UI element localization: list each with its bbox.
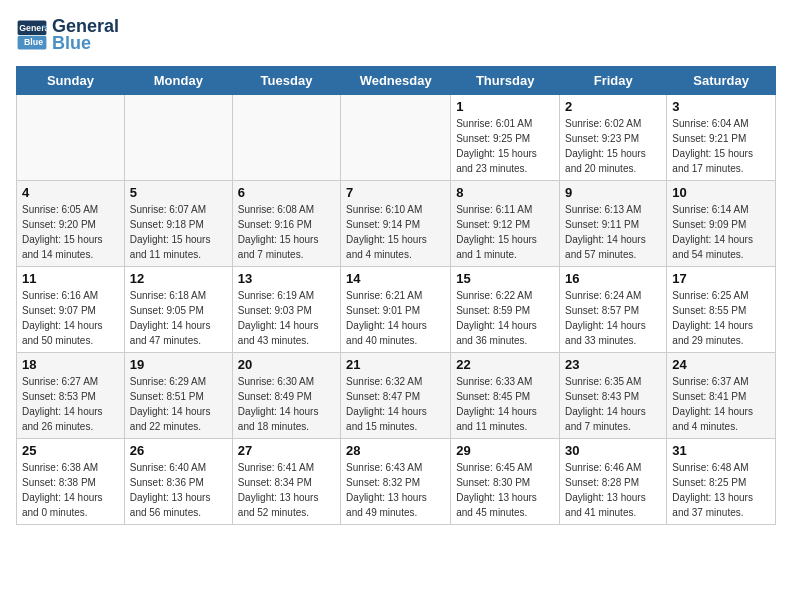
weekday-header-friday: Friday (560, 67, 667, 95)
week-row-2: 4Sunrise: 6:05 AM Sunset: 9:20 PM Daylig… (17, 181, 776, 267)
calendar-cell: 10Sunrise: 6:14 AM Sunset: 9:09 PM Dayli… (667, 181, 776, 267)
calendar-cell: 11Sunrise: 6:16 AM Sunset: 9:07 PM Dayli… (17, 267, 125, 353)
day-number: 23 (565, 357, 661, 372)
weekday-header-tuesday: Tuesday (232, 67, 340, 95)
calendar-cell: 13Sunrise: 6:19 AM Sunset: 9:03 PM Dayli… (232, 267, 340, 353)
day-number: 1 (456, 99, 554, 114)
calendar-cell: 1Sunrise: 6:01 AM Sunset: 9:25 PM Daylig… (451, 95, 560, 181)
calendar-cell: 7Sunrise: 6:10 AM Sunset: 9:14 PM Daylig… (341, 181, 451, 267)
week-row-4: 18Sunrise: 6:27 AM Sunset: 8:53 PM Dayli… (17, 353, 776, 439)
svg-text:Blue: Blue (24, 37, 43, 47)
calendar-cell (341, 95, 451, 181)
day-info: Sunrise: 6:46 AM Sunset: 8:28 PM Dayligh… (565, 460, 661, 520)
calendar-cell: 27Sunrise: 6:41 AM Sunset: 8:34 PM Dayli… (232, 439, 340, 525)
day-number: 22 (456, 357, 554, 372)
day-number: 25 (22, 443, 119, 458)
day-number: 26 (130, 443, 227, 458)
day-info: Sunrise: 6:41 AM Sunset: 8:34 PM Dayligh… (238, 460, 335, 520)
day-info: Sunrise: 6:19 AM Sunset: 9:03 PM Dayligh… (238, 288, 335, 348)
calendar-cell: 16Sunrise: 6:24 AM Sunset: 8:57 PM Dayli… (560, 267, 667, 353)
day-info: Sunrise: 6:11 AM Sunset: 9:12 PM Dayligh… (456, 202, 554, 262)
weekday-header-sunday: Sunday (17, 67, 125, 95)
day-number: 17 (672, 271, 770, 286)
svg-text:General: General (19, 23, 48, 33)
day-number: 3 (672, 99, 770, 114)
day-info: Sunrise: 6:07 AM Sunset: 9:18 PM Dayligh… (130, 202, 227, 262)
day-info: Sunrise: 6:43 AM Sunset: 8:32 PM Dayligh… (346, 460, 445, 520)
day-number: 5 (130, 185, 227, 200)
day-number: 13 (238, 271, 335, 286)
calendar-cell: 23Sunrise: 6:35 AM Sunset: 8:43 PM Dayli… (560, 353, 667, 439)
calendar-cell: 4Sunrise: 6:05 AM Sunset: 9:20 PM Daylig… (17, 181, 125, 267)
day-number: 21 (346, 357, 445, 372)
day-info: Sunrise: 6:25 AM Sunset: 8:55 PM Dayligh… (672, 288, 770, 348)
day-info: Sunrise: 6:04 AM Sunset: 9:21 PM Dayligh… (672, 116, 770, 176)
day-info: Sunrise: 6:45 AM Sunset: 8:30 PM Dayligh… (456, 460, 554, 520)
day-number: 14 (346, 271, 445, 286)
day-info: Sunrise: 6:16 AM Sunset: 9:07 PM Dayligh… (22, 288, 119, 348)
calendar-cell: 24Sunrise: 6:37 AM Sunset: 8:41 PM Dayli… (667, 353, 776, 439)
day-info: Sunrise: 6:40 AM Sunset: 8:36 PM Dayligh… (130, 460, 227, 520)
day-number: 15 (456, 271, 554, 286)
calendar-cell: 3Sunrise: 6:04 AM Sunset: 9:21 PM Daylig… (667, 95, 776, 181)
day-info: Sunrise: 6:08 AM Sunset: 9:16 PM Dayligh… (238, 202, 335, 262)
day-info: Sunrise: 6:22 AM Sunset: 8:59 PM Dayligh… (456, 288, 554, 348)
calendar-cell: 20Sunrise: 6:30 AM Sunset: 8:49 PM Dayli… (232, 353, 340, 439)
day-number: 16 (565, 271, 661, 286)
weekday-header-monday: Monday (124, 67, 232, 95)
day-info: Sunrise: 6:32 AM Sunset: 8:47 PM Dayligh… (346, 374, 445, 434)
day-info: Sunrise: 6:02 AM Sunset: 9:23 PM Dayligh… (565, 116, 661, 176)
day-info: Sunrise: 6:27 AM Sunset: 8:53 PM Dayligh… (22, 374, 119, 434)
day-number: 8 (456, 185, 554, 200)
day-number: 10 (672, 185, 770, 200)
weekday-header-wednesday: Wednesday (341, 67, 451, 95)
weekday-header-saturday: Saturday (667, 67, 776, 95)
day-number: 6 (238, 185, 335, 200)
week-row-1: 1Sunrise: 6:01 AM Sunset: 9:25 PM Daylig… (17, 95, 776, 181)
day-number: 18 (22, 357, 119, 372)
weekday-header-row: SundayMondayTuesdayWednesdayThursdayFrid… (17, 67, 776, 95)
logo-icon: General Blue (16, 19, 48, 51)
day-info: Sunrise: 6:01 AM Sunset: 9:25 PM Dayligh… (456, 116, 554, 176)
day-number: 28 (346, 443, 445, 458)
week-row-5: 25Sunrise: 6:38 AM Sunset: 8:38 PM Dayli… (17, 439, 776, 525)
day-number: 4 (22, 185, 119, 200)
calendar-cell: 31Sunrise: 6:48 AM Sunset: 8:25 PM Dayli… (667, 439, 776, 525)
calendar-body: 1Sunrise: 6:01 AM Sunset: 9:25 PM Daylig… (17, 95, 776, 525)
logo: General Blue General Blue (16, 16, 119, 54)
day-info: Sunrise: 6:10 AM Sunset: 9:14 PM Dayligh… (346, 202, 445, 262)
day-info: Sunrise: 6:30 AM Sunset: 8:49 PM Dayligh… (238, 374, 335, 434)
day-number: 19 (130, 357, 227, 372)
day-number: 29 (456, 443, 554, 458)
calendar-cell: 22Sunrise: 6:33 AM Sunset: 8:45 PM Dayli… (451, 353, 560, 439)
weekday-header-thursday: Thursday (451, 67, 560, 95)
day-info: Sunrise: 6:24 AM Sunset: 8:57 PM Dayligh… (565, 288, 661, 348)
day-info: Sunrise: 6:38 AM Sunset: 8:38 PM Dayligh… (22, 460, 119, 520)
day-info: Sunrise: 6:05 AM Sunset: 9:20 PM Dayligh… (22, 202, 119, 262)
day-info: Sunrise: 6:48 AM Sunset: 8:25 PM Dayligh… (672, 460, 770, 520)
calendar-cell (124, 95, 232, 181)
day-number: 12 (130, 271, 227, 286)
calendar-cell: 25Sunrise: 6:38 AM Sunset: 8:38 PM Dayli… (17, 439, 125, 525)
calendar-cell: 5Sunrise: 6:07 AM Sunset: 9:18 PM Daylig… (124, 181, 232, 267)
day-info: Sunrise: 6:14 AM Sunset: 9:09 PM Dayligh… (672, 202, 770, 262)
calendar-cell: 19Sunrise: 6:29 AM Sunset: 8:51 PM Dayli… (124, 353, 232, 439)
calendar-cell: 15Sunrise: 6:22 AM Sunset: 8:59 PM Dayli… (451, 267, 560, 353)
calendar-header: SundayMondayTuesdayWednesdayThursdayFrid… (17, 67, 776, 95)
calendar-table: SundayMondayTuesdayWednesdayThursdayFrid… (16, 66, 776, 525)
day-number: 11 (22, 271, 119, 286)
calendar-cell: 18Sunrise: 6:27 AM Sunset: 8:53 PM Dayli… (17, 353, 125, 439)
calendar-cell (232, 95, 340, 181)
calendar-cell: 14Sunrise: 6:21 AM Sunset: 9:01 PM Dayli… (341, 267, 451, 353)
page-header: General Blue General Blue (16, 16, 776, 54)
day-number: 31 (672, 443, 770, 458)
day-info: Sunrise: 6:35 AM Sunset: 8:43 PM Dayligh… (565, 374, 661, 434)
day-info: Sunrise: 6:21 AM Sunset: 9:01 PM Dayligh… (346, 288, 445, 348)
calendar-cell: 2Sunrise: 6:02 AM Sunset: 9:23 PM Daylig… (560, 95, 667, 181)
day-number: 27 (238, 443, 335, 458)
day-number: 20 (238, 357, 335, 372)
day-number: 24 (672, 357, 770, 372)
day-number: 7 (346, 185, 445, 200)
calendar-cell: 26Sunrise: 6:40 AM Sunset: 8:36 PM Dayli… (124, 439, 232, 525)
day-number: 30 (565, 443, 661, 458)
